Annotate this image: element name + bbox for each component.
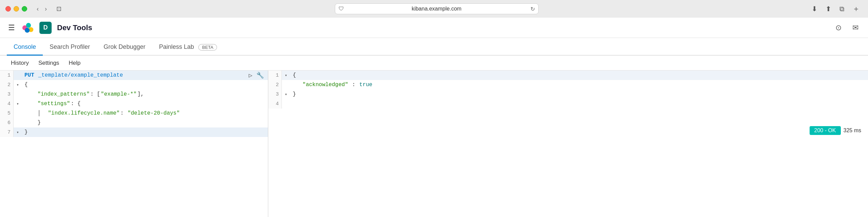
right-collapse-1[interactable]: ▾ (282, 71, 290, 80)
address-bar[interactable]: 🛡 kibana.example.com ↻ (335, 3, 539, 14)
status-ok-badge: 200 - OK (810, 126, 841, 135)
code-line-3: 3 "index_patterns" : [ "example-*" ], (0, 90, 268, 99)
close-button[interactable] (5, 6, 11, 12)
right-collapse-4 (282, 99, 290, 108)
right-line-content-2: "acknowledged" : true (290, 80, 868, 90)
new-tab-button[interactable]: ＋ (850, 2, 863, 15)
code-line-7: 7 ▾ } (0, 127, 268, 137)
titlebar: ‹ › ⊡ 🛡 kibana.example.com ↻ ⬇ ⬆ ⧉ ＋ (0, 0, 868, 18)
right-line-number-1: 1 (268, 71, 282, 80)
tab-grok-debugger[interactable]: Grok Debugger (97, 39, 152, 56)
line-number-1: 1 (0, 71, 14, 80)
line-content-1: PUT _template/example_template (22, 71, 249, 80)
right-line-content-3: } (290, 90, 868, 99)
tabs-bar: Console Search Profiler Grok Debugger Pa… (0, 38, 868, 56)
line-content-3: "index_patterns" : [ "example-*" ], (22, 90, 268, 99)
collapse-5 (14, 108, 22, 118)
status-bar: 200 - OK 325 ms (810, 126, 862, 135)
tab-console[interactable]: Console (7, 39, 43, 56)
settings-button[interactable]: Settings (34, 58, 63, 68)
collapse-2[interactable]: ▾ (14, 80, 22, 90)
minimize-button[interactable] (14, 6, 19, 12)
tab-toggle-button[interactable]: ⊡ (54, 4, 64, 14)
help-button[interactable]: Help (65, 58, 85, 68)
line-number-6: 6 (0, 118, 14, 127)
right-panel: 1 ▾ { 2 "acknowledged" : true 3 ▾ } (268, 71, 868, 217)
code-line-1: 1 PUT _template/example_template ▷ 🔧 (0, 71, 268, 80)
wrench-icon[interactable]: 🔧 (256, 72, 264, 79)
line-number-4: 4 (0, 99, 14, 108)
collapse-4[interactable]: ▾ (14, 99, 22, 108)
back-button[interactable]: ‹ (34, 4, 41, 14)
traffic-lights (5, 6, 27, 12)
nav-buttons: ‹ › (34, 4, 50, 14)
left-panel[interactable]: 1 PUT _template/example_template ▷ 🔧 2 ▾… (0, 71, 268, 217)
right-code-line-4: 4 (268, 99, 868, 108)
right-line-content-4 (290, 99, 868, 108)
code-line-4: 4 ▾ "settings" : { (0, 99, 268, 108)
tab-search-profiler[interactable]: Search Profiler (43, 39, 97, 56)
line-number-7: 7 (0, 127, 14, 137)
history-button[interactable]: History (7, 58, 33, 68)
svg-point-1 (26, 23, 31, 27)
right-code-line-1: 1 ▾ { (268, 71, 868, 80)
collapse-1 (14, 71, 22, 80)
line-actions-1: ▷ 🔧 (249, 71, 268, 80)
line-content-7: } (22, 127, 268, 137)
app-header: ☰ D Dev Tools ⊙ ✉ (0, 18, 868, 38)
right-line-content-1: { (290, 71, 868, 80)
line-content-2: { (22, 80, 268, 90)
collapse-3 (14, 90, 22, 99)
hamburger-menu-button[interactable]: ☰ (7, 22, 16, 34)
mail-icon-button[interactable]: ✉ (850, 22, 861, 34)
run-icon[interactable]: ▷ (249, 72, 252, 79)
right-code-line-3: 3 ▾ } (268, 90, 868, 99)
settings-icon-button[interactable]: ⊙ (833, 22, 844, 34)
window-icon[interactable]: ⧉ (837, 4, 847, 14)
tab-painless-lab[interactable]: Painless Lab BETA (152, 39, 224, 56)
address-bar-wrapper: 🛡 kibana.example.com ↻ (335, 3, 539, 14)
code-line-2: 2 ▾ { (0, 80, 268, 90)
line-content-4: "settings" : { (22, 99, 268, 108)
right-collapse-2 (282, 80, 290, 90)
line-content-6: } (22, 118, 268, 127)
titlebar-actions: ⬇ ⬆ ⧉ ＋ (809, 2, 863, 15)
kibana-logo (22, 22, 34, 34)
maximize-button[interactable] (22, 6, 27, 12)
app-title: Dev Tools (57, 23, 92, 32)
status-time: 325 ms (844, 127, 861, 134)
toolbar: History Settings Help 200 - OK 325 ms (0, 56, 868, 71)
forward-button[interactable]: › (42, 4, 50, 14)
app-badge: D (39, 22, 52, 34)
url-text: kibana.example.com (412, 6, 462, 12)
address-bar-area: 🛡 kibana.example.com ↻ (68, 3, 805, 14)
download-icon[interactable]: ⬇ (809, 3, 820, 14)
share-icon[interactable]: ⬆ (823, 3, 834, 14)
shield-icon: 🛡 (339, 6, 344, 12)
svg-point-3 (25, 28, 30, 33)
right-code-line-2: 2 "acknowledged" : true (268, 80, 868, 90)
editor-area: 1 PUT _template/example_template ▷ 🔧 2 ▾… (0, 71, 868, 217)
line-number-2: 2 (0, 80, 14, 90)
right-line-number-3: 3 (268, 90, 282, 99)
right-collapse-3[interactable]: ▾ (282, 90, 290, 99)
code-line-5: 5 │ "index.lifecycle.name" : "delete-20-… (0, 108, 268, 118)
header-right: ⊙ ✉ (833, 22, 861, 34)
code-line-6: 6 } (0, 118, 268, 127)
collapse-7[interactable]: ▾ (14, 127, 22, 137)
refresh-icon[interactable]: ↻ (530, 6, 535, 12)
beta-badge: BETA (198, 44, 217, 51)
line-number-3: 3 (0, 90, 14, 99)
line-number-5: 5 (0, 108, 14, 118)
line-content-5: │ "index.lifecycle.name" : "delete-20-da… (22, 108, 268, 118)
collapse-6 (14, 118, 22, 127)
right-line-number-2: 2 (268, 80, 282, 90)
right-line-number-4: 4 (268, 99, 282, 108)
